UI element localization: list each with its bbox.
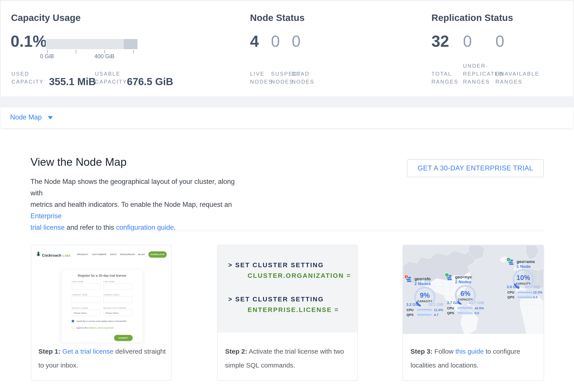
- node-map-description: The Node Map shows the geographical layo…: [30, 176, 242, 233]
- node-status-title: Node Status: [250, 13, 305, 23]
- form-title: Register for a 30-day trial license: [62, 274, 142, 277]
- error-badge-icon: 1: [404, 275, 409, 279]
- cpu-sparkline: [457, 306, 473, 310]
- text-run: to configure: [484, 348, 520, 355]
- total-ranges-label: TOTALRANGES: [431, 70, 458, 86]
- page-title: View the Node Map: [30, 156, 126, 168]
- node-map-dropdown-label: Node Map: [10, 113, 42, 121]
- locality-node-count: 2 Nodes: [455, 280, 472, 284]
- step-label: Step 3:: [410, 348, 432, 355]
- sql-line-3: > SET CLUSTER SETTING: [228, 296, 324, 303]
- capacity-tick-400: 400 GiB: [86, 53, 123, 59]
- checkbox-empty-icon: [72, 327, 74, 329]
- step2-card: > SET CLUSTER SETTING CLUSTER.ORGANIZATI…: [217, 245, 358, 381]
- step-label: Step 2:: [225, 348, 247, 355]
- mini-submit-button: SUBMIT: [114, 335, 133, 341]
- inline-link[interactable]: trial license: [30, 224, 65, 231]
- text-run: to your inbox.: [38, 362, 78, 369]
- sql-snippet-panel: > SET CLUSTER SETTING CLUSTER.ORGANIZATI…: [218, 245, 357, 333]
- locality-name: geo=nyc: [455, 275, 472, 280]
- cluster-summary-panel: Capacity Usage 0.1% 0 GiB 400 GiB USED C…: [1, 1, 573, 96]
- cpu-sparkline: [417, 308, 432, 312]
- company-email-field: [103, 297, 132, 303]
- email-updates-checkbox: I would like to receive email updates ab…: [72, 320, 127, 322]
- view-selector-bar: Node Map: [1, 107, 573, 128]
- checkbox-checked-icon: [72, 320, 74, 322]
- step3-caption: Step 3: Follow this guide to configurelo…: [410, 344, 525, 372]
- caret-down-icon: [48, 116, 53, 119]
- license-agreement-checkbox: I agree to the Software License Agreemen…: [72, 327, 114, 329]
- inline-link[interactable]: configuration guide: [116, 224, 174, 231]
- locality-sfo: 1 geo=sfo 2 Nodes: [404, 277, 446, 317]
- under-replicated-count: 0: [463, 33, 472, 49]
- step1-caption: Step 1: Get a trial license delivered st…: [38, 344, 171, 372]
- step1-card: Cockroach LABS PRODUCT CUSTOMERS DOCS RE…: [31, 245, 171, 381]
- locality-ams: ✓ geo=ams 1 Node: [503, 259, 543, 299]
- usable-capacity-value: 676.5 GiB: [127, 76, 173, 88]
- qps-sparkline: [417, 313, 432, 316]
- trial-registration-form: Register for a 30-day trial license FIRS…: [61, 269, 143, 343]
- inline-link[interactable]: Enterprise: [30, 212, 62, 220]
- capacity-gauge: 9% CAPACITY: [413, 286, 437, 305]
- sql-line-2: CLUSTER.ORGANIZATION =: [248, 272, 351, 279]
- locality-name: geo=ams: [517, 259, 535, 264]
- license-agreement-link: Software License Agreement.: [88, 327, 114, 329]
- step3-card: 1 geo=sfo 2 Nodes: [403, 245, 544, 381]
- node-map-thumbnail: 1 geo=sfo 2 Nodes: [403, 245, 544, 334]
- check-badge-icon: ✓: [506, 257, 511, 262]
- unavailable-count: 0: [495, 33, 504, 49]
- sql-line-1: > SET CLUSTER SETTING: [228, 261, 324, 269]
- text-run: The Node Map shows the geographical layo…: [30, 178, 235, 197]
- section-divider: [30, 231, 544, 231]
- text-run: simple SQL commands.: [225, 362, 295, 369]
- locality-node-count: 2 Nodes: [414, 281, 431, 286]
- cockroach-labs-logo: Cockroach LABS: [36, 251, 71, 258]
- check-badge-icon: ✓: [445, 273, 449, 277]
- reason-select: Please Select: [103, 310, 132, 316]
- live-nodes-count: 4: [250, 33, 259, 49]
- inline-link[interactable]: this guide: [455, 348, 484, 355]
- capacity-bar: [46, 39, 138, 49]
- capacity-tick-0: 0 GiB: [28, 53, 66, 59]
- cluster-overview-page: Capacity Usage 0.1% 0 GiB 400 GiB USED C…: [0, 0, 574, 392]
- cockroach-bug-icon: [36, 251, 41, 257]
- replication-status-title: Replication Status: [431, 13, 513, 23]
- locality-node-count: 1 Node: [517, 264, 535, 269]
- dead-nodes-count: 0: [292, 33, 301, 49]
- text-run: metrics and health indicators. To enable…: [30, 201, 232, 208]
- capacity-gauge: 10% CAPACITY: [511, 269, 535, 287]
- capacity-percent: 0.1%: [11, 33, 47, 49]
- text-run: delivered straight: [113, 348, 166, 355]
- suspect-nodes-count: 0: [271, 33, 280, 49]
- capacity-usage-title: Capacity Usage: [11, 13, 81, 23]
- step2-caption: Step 2: Activate the trial license with …: [225, 344, 351, 372]
- first-name-field: [72, 283, 101, 290]
- trial-registration-thumbnail: Cockroach LABS PRODUCT CUSTOMERS DOCS RE…: [33, 246, 169, 343]
- used-capacity-value: 355.1 MiB: [49, 76, 96, 88]
- company-name-field: [72, 297, 101, 303]
- qps-sparkline: [457, 311, 473, 315]
- cpu-sparkline: [517, 291, 533, 294]
- last-name-field: [103, 283, 132, 290]
- dead-nodes-label: DEADNODES: [292, 70, 314, 86]
- capacity-bar-other-segment: [124, 39, 138, 49]
- unavailable-label: UNAVAILABLERANGES: [495, 70, 539, 86]
- inline-link[interactable]: Get a trial license: [62, 348, 113, 355]
- usable-capacity-label: USABLE CAPACITY: [95, 70, 127, 86]
- text-run: and refer to this: [65, 224, 116, 231]
- total-ranges-count: 32: [431, 33, 449, 49]
- step-label: Step 1:: [38, 348, 61, 355]
- text-run: Follow: [432, 348, 455, 355]
- project-phase-select: Please Select: [72, 310, 101, 316]
- locality-name: geo=sfo: [414, 277, 431, 281]
- live-nodes-label: LIVENODES: [250, 70, 273, 86]
- text-run: localities and locations.: [410, 362, 479, 369]
- sql-line-4: ENTERPRISE.LICENSE =: [248, 306, 339, 314]
- mini-site-nav: PRODUCT CUSTOMERS DOCS RESOURCES BLOG: [77, 253, 145, 256]
- mini-download-button: DOWNLOAD: [148, 251, 167, 258]
- node-map-dropdown[interactable]: Node Map: [10, 113, 53, 121]
- locality-nyc: ✓ geo=nyc 2 Nodes: [445, 275, 486, 315]
- get-enterprise-trial-button[interactable]: GET A 30-DAY ENTERPRISE TRIAL: [407, 159, 544, 177]
- text-run: .: [174, 224, 176, 231]
- used-capacity-label: USED CAPACITY: [11, 70, 44, 86]
